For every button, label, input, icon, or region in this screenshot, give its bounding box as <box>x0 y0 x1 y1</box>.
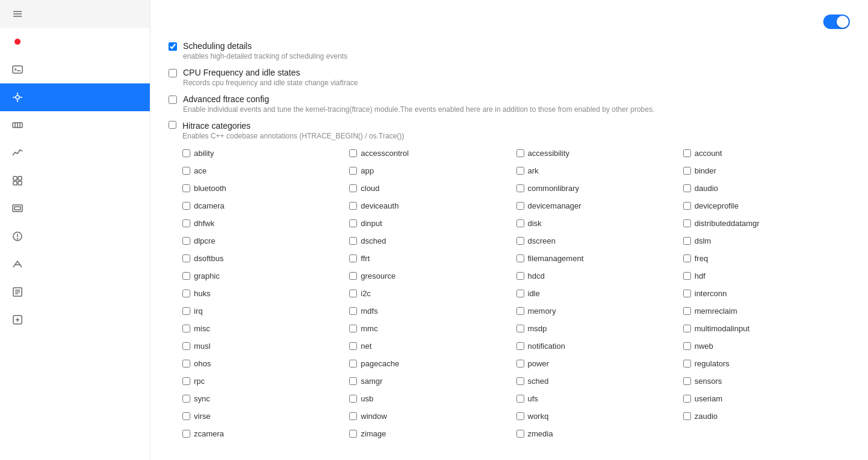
category-checkbox-mdfs[interactable] <box>349 307 357 315</box>
category-label-ohos: ohos <box>194 359 211 368</box>
category-checkbox-interconn[interactable] <box>683 290 691 297</box>
category-checkbox-notification[interactable] <box>516 342 524 350</box>
category-checkbox-freq[interactable] <box>683 254 691 262</box>
record-mode-toggle[interactable] <box>823 15 850 29</box>
category-checkbox-irq[interactable] <box>182 307 190 315</box>
category-checkbox-dlpcre[interactable] <box>182 237 190 245</box>
dot-icon <box>12 36 23 47</box>
category-checkbox-window[interactable] <box>349 412 357 420</box>
category-checkbox-commonlibrary[interactable] <box>516 184 524 192</box>
category-label-cloud: cloud <box>361 184 379 193</box>
category-checkbox-ufs[interactable] <box>516 395 524 403</box>
category-checkbox-binder[interactable] <box>683 167 691 175</box>
category-item: sensors <box>683 374 850 388</box>
category-checkbox-cloud[interactable] <box>349 184 357 192</box>
category-checkbox-dhfwk[interactable] <box>182 219 190 227</box>
category-checkbox-gresource[interactable] <box>349 272 357 280</box>
category-label-zaudio: zaudio <box>695 412 718 421</box>
category-checkbox-virse[interactable] <box>182 412 190 420</box>
category-checkbox-account[interactable] <box>683 149 691 157</box>
hitrace-checkbox[interactable] <box>169 121 176 129</box>
category-label-window: window <box>361 412 387 421</box>
category-checkbox-idle[interactable] <box>516 290 524 297</box>
category-checkbox-app[interactable] <box>349 167 357 175</box>
category-checkbox-devicemanager[interactable] <box>516 202 524 210</box>
category-checkbox-samgr[interactable] <box>349 377 357 385</box>
category-checkbox-regulators[interactable] <box>683 360 691 368</box>
category-checkbox-workq[interactable] <box>516 412 524 420</box>
category-checkbox-zcamera[interactable] <box>182 430 190 438</box>
category-item: rpc <box>182 374 349 388</box>
category-item: samgr <box>349 374 516 388</box>
category-checkbox-ffrt[interactable] <box>349 254 357 262</box>
category-checkbox-deviceauth[interactable] <box>349 202 357 210</box>
sidebar-item-hiperf[interactable] <box>0 139 150 167</box>
category-checkbox-graphic[interactable] <box>182 272 190 280</box>
category-checkbox-dslm[interactable] <box>683 237 691 245</box>
category-checkbox-pagecache[interactable] <box>349 360 357 368</box>
sidebar-item-trace-command[interactable] <box>0 28 150 56</box>
sidebar-item-native-memory[interactable] <box>0 111 150 139</box>
sidebar-item-hilog[interactable] <box>0 278 150 306</box>
category-checkbox-net[interactable] <box>349 342 357 350</box>
category-label-notification: notification <box>528 342 565 351</box>
category-checkbox-nweb[interactable] <box>683 342 691 350</box>
scheduling-details-checkbox[interactable] <box>169 42 177 51</box>
category-item: ufs <box>516 392 683 406</box>
category-checkbox-hdf[interactable] <box>683 272 691 280</box>
category-label-regulators: regulators <box>695 359 730 368</box>
category-checkbox-usb[interactable] <box>349 395 357 403</box>
category-checkbox-dsched[interactable] <box>349 237 357 245</box>
category-checkbox-rpc[interactable] <box>182 377 190 385</box>
category-checkbox-ohos[interactable] <box>182 360 190 368</box>
category-checkbox-sync[interactable] <box>182 395 190 403</box>
category-checkbox-multimodalinput[interactable] <box>683 325 691 332</box>
sidebar-item-ebpf-config[interactable] <box>0 167 150 195</box>
sidebar-item-vm-tracker[interactable] <box>0 195 150 222</box>
category-label-idle: idle <box>528 289 540 298</box>
category-checkbox-huks[interactable] <box>182 290 190 297</box>
category-checkbox-bluetooth[interactable] <box>182 184 190 192</box>
sidebar-item-hdc-shell[interactable] <box>0 56 150 83</box>
category-checkbox-hdcd[interactable] <box>516 272 524 280</box>
sidebar-item-hisystemevent[interactable] <box>0 222 150 250</box>
category-checkbox-msdp[interactable] <box>516 325 524 332</box>
sidebar-item-sdk-config[interactable] <box>0 306 150 334</box>
category-item: net <box>349 339 516 353</box>
category-checkbox-misc[interactable] <box>182 325 190 332</box>
category-checkbox-mmc[interactable] <box>349 325 357 332</box>
category-checkbox-memreclaim[interactable] <box>683 307 691 315</box>
category-checkbox-dsoftbus[interactable] <box>182 254 190 262</box>
category-checkbox-daudio[interactable] <box>683 184 691 192</box>
category-checkbox-dinput[interactable] <box>349 219 357 227</box>
category-checkbox-sched[interactable] <box>516 377 524 385</box>
category-checkbox-ace[interactable] <box>182 167 190 175</box>
category-checkbox-deviceprofile[interactable] <box>683 202 691 210</box>
sidebar-item-ark-ts[interactable] <box>0 250 150 278</box>
category-checkbox-ark[interactable] <box>516 167 524 175</box>
category-checkbox-i2c[interactable] <box>349 290 357 297</box>
ebpf-icon <box>12 175 23 186</box>
category-label-rpc: rpc <box>194 377 205 386</box>
advanced-ftrace-checkbox[interactable] <box>169 96 177 104</box>
category-checkbox-disk[interactable] <box>516 219 524 227</box>
cpu-frequency-checkbox[interactable] <box>169 69 177 77</box>
category-checkbox-zmedia[interactable] <box>516 430 524 438</box>
category-checkbox-accessibility[interactable] <box>516 149 524 157</box>
category-checkbox-zimage[interactable] <box>349 430 357 438</box>
category-checkbox-filemanagement[interactable] <box>516 254 524 262</box>
category-checkbox-zaudio[interactable] <box>683 412 691 420</box>
category-checkbox-power[interactable] <box>516 360 524 368</box>
category-checkbox-dcamera[interactable] <box>182 202 190 210</box>
category-label-mmc: mmc <box>361 324 378 333</box>
category-checkbox-distributeddatamgr[interactable] <box>683 219 691 227</box>
category-checkbox-accesscontrol[interactable] <box>349 149 357 157</box>
category-checkbox-memory[interactable] <box>516 307 524 315</box>
category-checkbox-dscreen[interactable] <box>516 237 524 245</box>
sidebar-item-record-setting[interactable] <box>0 0 150 28</box>
category-checkbox-ability[interactable] <box>182 149 190 157</box>
category-checkbox-useriam[interactable] <box>683 395 691 403</box>
category-checkbox-sensors[interactable] <box>683 377 691 385</box>
sidebar-item-probes-config[interactable] <box>0 83 150 111</box>
category-checkbox-musl[interactable] <box>182 342 190 350</box>
